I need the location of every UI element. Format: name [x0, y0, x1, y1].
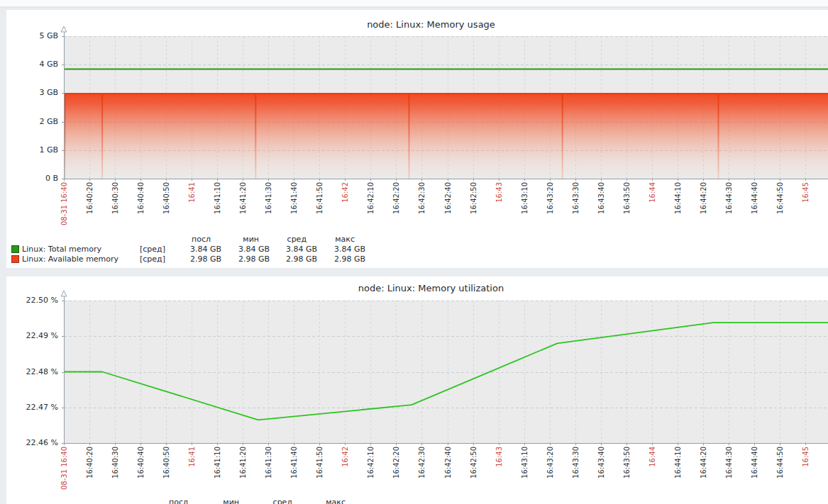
charts-canvas[interactable] [0, 0, 828, 504]
charts-layer[interactable] [0, 0, 828, 504]
y-axis-arrow-icon [61, 291, 67, 296]
y-axis-arrow-icon [61, 26, 67, 32]
